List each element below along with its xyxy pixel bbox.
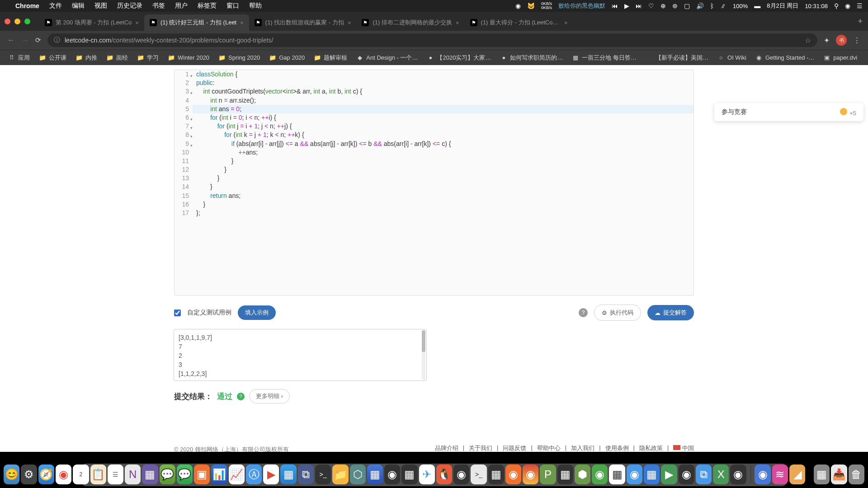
menu-file[interactable]: 文件 xyxy=(49,2,62,10)
profile-avatar[interactable]: 书 xyxy=(836,35,847,46)
dock-app11[interactable]: ▦ xyxy=(401,465,417,484)
chrome-menu-icon[interactable]: ⋮ xyxy=(853,36,861,45)
menubar-time[interactable]: 10:31:08 xyxy=(805,3,828,9)
status-icon[interactable]: ◉ xyxy=(515,2,521,9)
browser-tab[interactable]: ⚑第 200 场周赛 - 力扣 (LeetCo× xyxy=(39,14,144,31)
menu-bookmarks[interactable]: 书签 xyxy=(152,2,165,10)
dock-app10[interactable]: ▦ xyxy=(367,465,383,484)
footer-link[interactable]: 使用条例 xyxy=(605,444,629,452)
dock-app4[interactable]: 📈 xyxy=(229,465,245,484)
extensions-icon[interactable]: ✦ xyxy=(824,36,830,45)
dock-app17[interactable]: ▦ xyxy=(557,465,573,484)
bookmark-item[interactable]: 📁学习 xyxy=(133,52,162,64)
submit-button[interactable]: ☁提交解答 xyxy=(647,305,694,320)
bookmark-item[interactable]: 📁Winter 2020 xyxy=(164,52,213,63)
bluetooth-icon[interactable]: ᛒ xyxy=(710,2,714,9)
dock-terminal2[interactable]: >_ xyxy=(471,465,486,484)
footer-link[interactable]: 关于我们 xyxy=(469,444,492,452)
cat-icon[interactable]: 🐱 xyxy=(527,2,535,9)
minimize-window-button[interactable] xyxy=(14,19,20,24)
tab-close-icon[interactable]: × xyxy=(348,19,351,26)
code-line[interactable]: int n = arr.size(); xyxy=(193,96,693,105)
menu-tabs[interactable]: 标签页 xyxy=(198,2,217,10)
bookmark-item[interactable]: ●如何写求职简历的… xyxy=(496,52,566,64)
wifi-icon[interactable]: ⊚ xyxy=(672,2,678,9)
code-line[interactable]: int countGoodTriplets(vector<int>& arr, … xyxy=(193,87,693,96)
dock-app5[interactable]: ▶ xyxy=(263,465,279,484)
testcase-textarea[interactable]: [3,0,1,1,9,7]723[1,1,2,2,3] xyxy=(174,329,427,381)
dock-app23[interactable]: ▶ xyxy=(661,465,677,484)
dock-notes[interactable]: 📋 xyxy=(90,465,106,484)
browser-tab[interactable]: ⚑(1) 统计好三元组 - 力扣 (Leet× xyxy=(144,14,249,31)
dock-appstore[interactable]: Ⓐ xyxy=(246,465,262,484)
dock-calendar[interactable]: 2 xyxy=(73,465,89,484)
menu-window[interactable]: 窗口 xyxy=(226,2,239,10)
dock-app8[interactable]: 📁 xyxy=(332,465,348,484)
dock-app15[interactable]: ◉ xyxy=(505,465,521,484)
forward-button[interactable]: → xyxy=(21,36,29,45)
bookmark-item[interactable]: ⠿应用 xyxy=(5,52,33,64)
bookmark-item[interactable]: 📁Gap 2020 xyxy=(265,52,308,63)
prev-icon[interactable]: ⏮ xyxy=(612,2,618,9)
dock-app19[interactable]: ◉ xyxy=(592,465,608,484)
footer-link[interactable]: 问题反馈 xyxy=(503,444,526,452)
code-line[interactable]: } xyxy=(193,174,693,183)
footer-link[interactable]: 加入我们 xyxy=(571,444,594,452)
dock-app28[interactable]: ▦ xyxy=(814,465,830,484)
browser-tab[interactable]: ⚑(1) 找出数组游戏的赢家 - 力扣× xyxy=(249,14,357,31)
custom-testcase-checkbox[interactable] xyxy=(174,310,181,316)
new-tab-button[interactable]: + xyxy=(852,17,868,26)
notif-icon[interactable]: ☰ xyxy=(857,2,863,9)
fill-example-button[interactable]: 填入示例 xyxy=(238,305,276,320)
code-line[interactable]: } xyxy=(193,165,693,174)
help-icon[interactable]: ? xyxy=(579,308,588,317)
bookmark-item[interactable]: ◉Getting Started -… xyxy=(752,52,818,63)
next-icon[interactable]: ⏭ xyxy=(636,2,642,9)
dock-app25[interactable]: ◉ xyxy=(755,465,770,484)
dock-app14[interactable]: ▦ xyxy=(488,465,504,484)
bookmark-item[interactable]: ▦一亩三分地 每日答… xyxy=(568,52,640,64)
battery-percent[interactable]: 100% xyxy=(733,3,748,9)
dock-app20[interactable]: ▦ xyxy=(609,465,625,484)
play-icon[interactable]: ▶ xyxy=(624,2,629,9)
display-icon[interactable]: ▢ xyxy=(684,2,690,9)
tab-close-icon[interactable]: × xyxy=(240,19,244,26)
code-line[interactable]: } xyxy=(193,200,693,209)
code-line[interactable]: public: xyxy=(193,79,693,87)
dock-trash[interactable]: 🗑 xyxy=(849,465,864,484)
dock-excel[interactable]: X xyxy=(713,465,729,484)
maximize-window-button[interactable] xyxy=(24,19,30,24)
bookmark-item[interactable]: 📁公开课 xyxy=(35,52,70,64)
menubar-date[interactable]: 8月2日 周日 xyxy=(767,2,798,10)
bookmark-item[interactable]: ◆Ant Design - 一个… xyxy=(353,52,421,64)
code-line[interactable]: for (int i = 0; i < n; ++i) { xyxy=(193,113,693,122)
code-line[interactable]: return ans; xyxy=(193,192,693,200)
volume-icon[interactable]: 🔊 xyxy=(696,2,704,9)
code-line[interactable]: if (abs(arr[i] - arr[j]) <= a && abs(arr… xyxy=(193,140,693,148)
footer-link[interactable]: 帮助中心 xyxy=(537,444,561,452)
code-line[interactable]: ++ans; xyxy=(193,148,693,157)
dock-app22[interactable]: ▦ xyxy=(644,465,660,484)
bookmark-item[interactable]: 📁题解审核 xyxy=(310,52,351,64)
spotlight-icon[interactable]: ⚲ xyxy=(834,2,839,9)
dock-app2[interactable]: ▣ xyxy=(194,465,210,484)
code-line[interactable]: for (int j = i + 1; j < n; ++j) { xyxy=(193,122,693,131)
bookmark-item[interactable]: 📁面经 xyxy=(103,52,132,64)
menu-edit[interactable]: 编辑 xyxy=(72,2,85,10)
dock-app24[interactable]: ◉ xyxy=(679,465,694,484)
code-line[interactable]: }; xyxy=(193,209,693,217)
bookmark-item[interactable]: ●【2020实习】大家… xyxy=(423,52,495,64)
heart-icon[interactable]: ♡ xyxy=(648,2,654,9)
dock-chrome[interactable]: ◉ xyxy=(56,465,71,484)
dock-obs[interactable]: ◉ xyxy=(730,465,746,484)
dock-app26[interactable]: ≋ xyxy=(772,465,788,484)
tab-close-icon[interactable]: × xyxy=(456,19,459,26)
dock-finder[interactable]: 😊 xyxy=(4,465,19,484)
footer-link[interactable]: 隐私政策 xyxy=(639,444,663,452)
dock-vscode[interactable]: ⧉ xyxy=(696,465,712,484)
contest-card[interactable]: 参与竞赛 +5 xyxy=(714,103,863,121)
dock-app16[interactable]: ◉ xyxy=(523,465,538,484)
battery-icon[interactable]: ▬ xyxy=(754,2,760,9)
browser-tab[interactable]: ⚑(1) 排布二进制网格的最少交换× xyxy=(356,14,464,31)
back-button[interactable]: ← xyxy=(7,36,15,45)
